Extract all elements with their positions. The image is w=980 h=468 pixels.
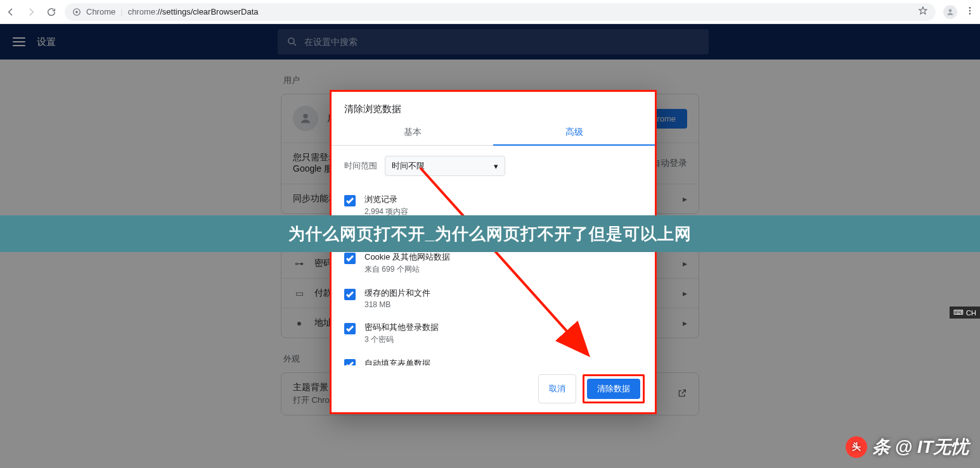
site-info-icon: [72, 8, 81, 16]
checkbox-checked-icon[interactable]: [344, 195, 356, 206]
check-passwords[interactable]: 密码和其他登录数据3 个密码: [344, 315, 642, 351]
reload-icon[interactable]: [46, 6, 57, 18]
article-title-banner: 为什么网页打不开_为什么网页打不开了但是可以上网: [0, 215, 980, 252]
search-input[interactable]: [304, 37, 700, 47]
external-link-icon: [677, 388, 687, 400]
url-text: chrome://settings/clearBrowserData: [128, 7, 259, 16]
dialog-title: 清除浏览数据: [332, 92, 655, 120]
tab-basic[interactable]: 基本: [332, 120, 493, 146]
confirm-highlight: 清除数据: [583, 374, 645, 403]
chevron-right-icon: ▸: [683, 318, 687, 328]
user-avatar-icon: [293, 106, 318, 131]
svg-point-7: [303, 114, 307, 118]
svg-point-5: [969, 13, 971, 15]
search-icon: [287, 36, 298, 47]
location-icon: ●: [293, 318, 306, 328]
back-icon[interactable]: [5, 6, 16, 18]
browser-toolbar: Chrome | chrome://settings/clearBrowserD…: [0, 0, 980, 24]
svg-point-1: [75, 11, 78, 13]
ime-indicator: ⌨CH: [950, 307, 980, 319]
chevron-down-icon: ▾: [494, 161, 498, 171]
profile-avatar-icon[interactable]: [943, 5, 957, 19]
settings-header: 设置: [0, 24, 980, 60]
chevron-right-icon: ▸: [683, 258, 687, 269]
cancel-button[interactable]: 取消: [538, 374, 576, 403]
checkbox-checked-icon[interactable]: [344, 323, 356, 334]
time-range-label: 时间范围: [344, 160, 377, 172]
clear-data-button[interactable]: 清除数据: [587, 379, 640, 399]
forward-icon[interactable]: [25, 6, 37, 18]
menu-icon[interactable]: [13, 37, 25, 46]
tab-advanced[interactable]: 高级: [493, 120, 655, 146]
chevron-right-icon: ▸: [683, 194, 687, 204]
checkbox-checked-icon[interactable]: [344, 253, 356, 264]
key-icon: ⊶: [293, 258, 306, 269]
address-bar[interactable]: Chrome | chrome://settings/clearBrowserD…: [65, 3, 936, 21]
time-range-select[interactable]: 时间不限 ▾: [385, 156, 505, 176]
svg-point-6: [288, 38, 294, 44]
settings-search[interactable]: [278, 29, 709, 54]
section-user-label: 用户: [283, 75, 699, 86]
checkbox-checked-icon[interactable]: [344, 359, 356, 365]
svg-point-4: [969, 9, 971, 11]
chevron-right-icon: ▸: [683, 288, 687, 298]
dialog-body[interactable]: 时间范围 时间不限 ▾ 浏览记录2,994 项内容 Cookie 及其他网站数据…: [332, 146, 655, 365]
svg-point-3: [969, 7, 971, 9]
site-label: Chrome: [86, 7, 115, 16]
checkbox-checked-icon[interactable]: [344, 289, 356, 300]
svg-point-2: [949, 9, 952, 12]
page-title: 设置: [37, 36, 56, 48]
check-cache[interactable]: 缓存的图片和文件318 MB: [344, 281, 642, 315]
card-icon: ▭: [293, 288, 306, 298]
browser-menu-icon[interactable]: [965, 6, 975, 18]
watermark: 头 条 @ IT无忧: [846, 435, 969, 459]
bookmark-star-icon[interactable]: [918, 6, 928, 18]
clear-data-dialog: 清除浏览数据 基本 高级 时间范围 时间不限 ▾ 浏览记录2,994 项内容 C…: [330, 90, 657, 414]
watermark-badge: 头: [846, 436, 867, 458]
check-autofill[interactable]: 自动填充表单数据: [344, 351, 642, 365]
